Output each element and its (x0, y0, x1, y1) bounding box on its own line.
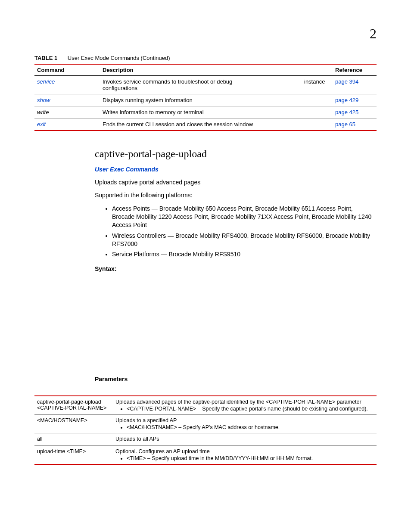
param-name: all (34, 433, 113, 446)
th-command: Command (34, 64, 100, 76)
table-row: upload-time <TIME> Optional. Configures … (34, 446, 377, 465)
table1-label: TABLE 1 (34, 55, 57, 61)
parameters-heading: Parameters (95, 376, 377, 383)
table-row: service Invokes service commands to trou… (34, 76, 377, 94)
table-row: captive-portal-page-upload <CAPTIVE-PORT… (34, 396, 377, 415)
parameters-table: captive-portal-page-upload <CAPTIVE-PORT… (34, 395, 377, 465)
cmd-link-show[interactable]: show (37, 97, 50, 103)
param-name: captive-portal-page-upload <CAPTIVE-PORT… (34, 396, 113, 415)
table1-caption: TABLE 1 User Exec Mode Commands (Continu… (34, 55, 377, 61)
param-desc: Uploads advanced pages of the captive-po… (113, 396, 377, 415)
th-reference: Reference (333, 64, 377, 76)
table-row: exit Ends the current CLI session and cl… (34, 118, 377, 131)
section-content: captive-portal-page-upload User Exec Com… (95, 148, 377, 383)
param-name: upload-time <TIME> (34, 446, 113, 465)
page-container: 2 TABLE 1 User Exec Mode Commands (Conti… (0, 0, 411, 491)
syntax-heading: Syntax: (95, 265, 377, 272)
section-supported: Supported in the following platforms: (95, 192, 377, 199)
ref-link[interactable]: page 425 (335, 109, 358, 115)
commands-table: Command Description Reference service In… (34, 64, 377, 131)
table-row: all Uploads to all APs (34, 433, 377, 446)
table-row: <MAC/HOSTNAME> Uploads to a specified AP… (34, 415, 377, 433)
ref-link[interactable]: page 65 (335, 121, 355, 128)
section-intro: Uploads captive portal advanced pages (95, 179, 377, 186)
section-heading: captive-portal-page-upload (95, 148, 377, 160)
cmd-extra: instance (302, 76, 333, 94)
cmd-desc: Ends the current CLI session and closes … (100, 118, 302, 131)
table-row: show Displays running system information… (34, 94, 377, 106)
ref-link[interactable]: page 429 (335, 97, 358, 103)
param-desc: Uploads to all APs (113, 433, 377, 446)
list-item: Access Points — Brocade Mobility 650 Acc… (112, 205, 377, 229)
table1-caption-text: User Exec Mode Commands (Continued) (68, 55, 170, 61)
cmd-desc: Invokes service commands to troubleshoot… (100, 76, 302, 94)
cmd-desc: Displays running system information (100, 94, 302, 106)
chapter-number: 2 (34, 26, 377, 42)
cmd-link-service[interactable]: service (37, 78, 55, 85)
cmd-desc: Writes information to memory or terminal (100, 106, 302, 118)
th-description: Description (100, 64, 302, 76)
ref-link[interactable]: page 394 (335, 78, 358, 85)
platforms-list: Access Points — Brocade Mobility 650 Acc… (103, 205, 377, 258)
param-desc: Uploads to a specified AP <MAC/HOSTNAME>… (113, 415, 377, 433)
cmd-link-exit[interactable]: exit (37, 121, 46, 128)
list-item: Service Platforms — Brocade Mobility RFS… (112, 250, 377, 258)
param-desc: Optional. Configures an AP upload time <… (113, 446, 377, 465)
table-row: write Writes information to memory or te… (34, 106, 377, 118)
list-item: Wireless Controllers — Brocade Mobility … (112, 232, 377, 248)
table-header-row: Command Description Reference (34, 64, 377, 76)
cmd-text-write: write (37, 109, 49, 115)
param-name: <MAC/HOSTNAME> (34, 415, 113, 433)
section-parent-link[interactable]: User Exec Commands (95, 166, 377, 173)
